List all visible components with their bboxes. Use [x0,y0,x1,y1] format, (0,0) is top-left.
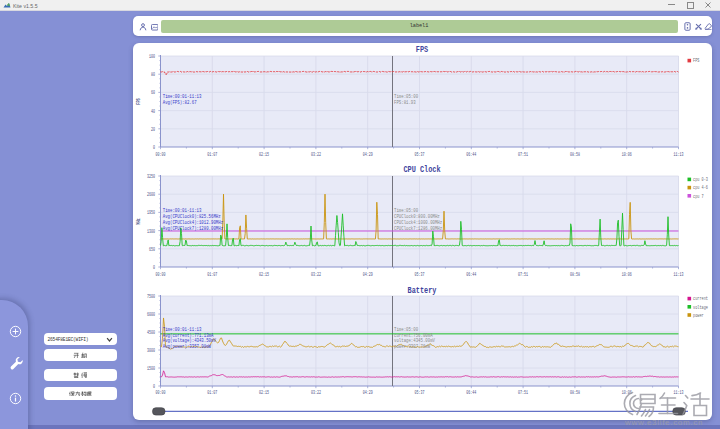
svg-text:06:44: 06:44 [466,390,476,396]
svg-text:07:51: 07:51 [518,390,528,396]
svg-text:03:22: 03:22 [311,272,321,278]
svg-text:02:15: 02:15 [259,390,269,396]
svg-text:power: power [693,312,704,318]
svg-text:05:37: 05:37 [415,151,425,157]
svg-text:04:29: 04:29 [363,390,373,396]
svg-text:Avg(CPUClock0):825.56MHz: Avg(CPUClock0):825.56MHz [163,213,221,219]
svg-text:Avg(CPUClock7):1280.00MHz: Avg(CPUClock7):1280.00MHz [163,226,223,232]
svg-text:10:06: 10:06 [622,272,632,278]
svg-text:2600: 2600 [147,191,155,197]
svg-text:FPS:81.93: FPS:81.93 [394,99,416,105]
svg-text:05:37: 05:37 [415,272,425,278]
svg-text:08:58: 08:58 [570,151,580,157]
svg-text:07:51: 07:51 [518,272,528,278]
svg-text:3250: 3250 [147,173,155,179]
svg-text:power:3307.76mW: power:3307.76mW [394,343,430,349]
svg-text:cpu 0-3: cpu 0-3 [693,176,708,182]
svg-text:Avg(FPS):82.67: Avg(FPS):82.67 [163,99,197,105]
svg-text:4500: 4500 [147,329,155,335]
svg-text:08:58: 08:58 [570,390,580,396]
svg-text:3000: 3000 [147,347,155,353]
svg-text:01:07: 01:07 [207,151,217,157]
svg-text:01:07: 01:07 [207,272,217,278]
svg-text:0: 0 [153,264,155,270]
svg-text:Avg(power):3357.98mW: Avg(power):3357.98mW [163,343,211,349]
svg-text:06:44: 06:44 [466,151,476,157]
svg-text:04:29: 04:29 [363,272,373,278]
svg-text:05:37: 05:37 [415,390,425,396]
svg-text:FPS: FPS [693,58,700,64]
svg-text:650: 650 [149,246,155,252]
svg-text:60: 60 [151,90,155,96]
svg-text:current: current [693,296,708,302]
svg-text:40: 40 [151,108,155,114]
svg-text:11:13: 11:13 [674,151,684,157]
svg-text:0: 0 [153,383,155,389]
svg-text:voltage: voltage [693,304,708,310]
svg-text:Avg(CPUClock4):1012.90MHz: Avg(CPUClock4):1012.90MHz [163,219,223,225]
svg-text:10:06: 10:06 [622,151,632,157]
svg-text:00:00: 00:00 [156,151,166,157]
svg-text:CPU Clock: CPU Clock [403,166,440,175]
svg-text:00:00: 00:00 [156,272,166,278]
svg-text:CPUClock7:1286.00MHz: CPUClock7:1286.00MHz [394,226,442,232]
svg-text:cpu 4-6: cpu 4-6 [693,185,708,191]
svg-text:20: 20 [151,126,155,132]
svg-text:07:51: 07:51 [518,151,528,157]
svg-text:FPS: FPS [416,46,429,55]
svg-text:Time:05:00: Time:05:00 [394,207,418,213]
svg-text:02:15: 02:15 [259,151,269,157]
svg-text:08:58: 08:58 [570,272,580,278]
svg-text:7500: 7500 [147,293,155,299]
svg-text:Time:00:01-11:13: Time:00:01-11:13 [163,207,202,213]
svg-text:00:00: 00:00 [156,390,166,396]
svg-text:01:07: 01:07 [207,390,217,396]
svg-text:06:44: 06:44 [466,272,476,278]
svg-text:1500: 1500 [147,365,155,371]
svg-text:Battery: Battery [408,287,437,296]
svg-text:04:29: 04:29 [363,151,373,157]
svg-text:0: 0 [153,144,155,150]
svg-text:MHz: MHz [135,218,141,225]
svg-text:FPS: FPS [135,98,141,105]
svg-text:11:13: 11:13 [674,272,684,278]
svg-text:1300: 1300 [147,228,155,234]
svg-text:6000: 6000 [147,311,155,317]
svg-text:03:22: 03:22 [311,390,321,396]
svg-text:02:15: 02:15 [259,272,269,278]
svg-text:1950: 1950 [147,210,155,216]
svg-text:cpu 7: cpu 7 [693,193,704,199]
svg-text:80: 80 [151,71,155,77]
svg-text:100: 100 [149,53,155,59]
svg-text:CPUClock0:800.00MHz: CPUClock0:800.00MHz [394,213,440,219]
svg-text:03:22: 03:22 [311,151,321,157]
svg-text:CPUClock4:1000.00MHz: CPUClock4:1000.00MHz [394,219,442,225]
